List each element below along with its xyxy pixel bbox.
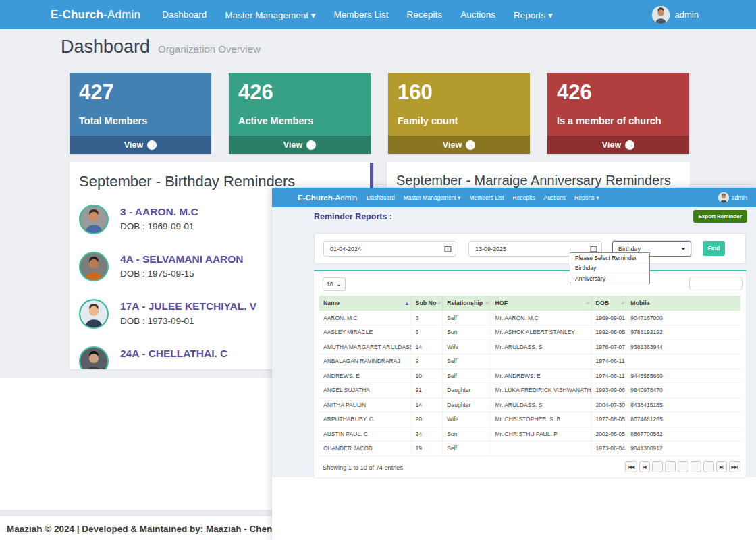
table-row: CHANDER JACOB 19 Self 1973-08-04 9841388… [319,441,740,456]
member-name-link[interactable]: 4A - SELVAMANI AARON [120,252,244,265]
cell-name: CHANDER JACOB [319,441,411,456]
cell-sub-no: 14 [411,398,443,412]
column-label: DOB [596,300,610,306]
reminder-reports-title: Reminder Reports : [314,212,392,221]
table-column-header[interactable]: HOF ▴▾ [491,296,591,310]
overlay-brand-bold: E-Church [298,194,333,202]
overlay-nav-item[interactable]: Members List [469,194,504,201]
nav-item[interactable]: Members List [334,9,389,20]
nav-item[interactable]: Master Management ▾ [225,9,315,20]
sort-icon[interactable]: ▴▾ [485,300,489,306]
cell-name: ANITHA PAULIN [319,398,411,412]
view-label: View [124,140,143,150]
overlay-nav-item-label: Members List [469,194,504,201]
overlay-user-menu[interactable]: admin [718,192,747,203]
cell-hof: Mr. CHRISTHU PAUL. P [491,427,591,441]
table-column-header[interactable]: Relationship ▴▾ [443,296,491,310]
column-label: Mobile [630,300,649,306]
main-navbar: E-Church-Admin DashboardMaster Managemen… [0,0,756,29]
last-page-button[interactable]: ▶▶| [729,461,740,473]
nav-item[interactable]: Reports ▾ [514,9,553,20]
export-reminder-button[interactable]: Export Reminder [693,210,747,223]
reminder-table: Name ▲ Sub No ▴▾ Relationship ▴▾ HOF ▴▾ [319,296,740,456]
stat-view-button[interactable]: View → [388,136,530,154]
page-number-button[interactable] [691,461,701,473]
member-avatar [79,346,109,369]
chevron-down-icon: ⌄ [336,281,342,288]
overlay-nav-item[interactable]: Master Management ▾ [404,194,461,201]
dropdown-option[interactable]: Birthday [570,263,649,273]
brand-logo[interactable]: E-Church-Admin [51,8,140,22]
table-row: AARON. M.C 3 Self Mr. AARON. M.C 1969-09… [319,310,740,325]
dropdown-option[interactable]: Anniversary [570,273,649,284]
user-menu[interactable]: admin [652,6,699,24]
sort-icon[interactable]: ▴▾ [621,300,624,306]
member-name-link[interactable]: 17A - JULEE KETCHIYAL. V [120,299,256,313]
dropdown-option[interactable]: Please Select Reminder [570,253,649,263]
username-label: admin [675,9,699,20]
table-column-header[interactable]: Name ▲ [319,296,411,310]
overlay-nav-item[interactable]: Reports ▾ [574,194,599,201]
cell-name: AASLEY MIRACLE [319,325,411,340]
overlay-brand-logo[interactable]: E-Church-Admin [298,194,357,202]
page-size-select[interactable]: 10 ⌄ [323,277,346,291]
sort-icon[interactable]: ▴▾ [586,300,589,306]
cell-mobile: 9047167000 [626,310,740,325]
stat-card-body: 160 Family count [388,73,530,136]
table-column-header[interactable]: Mobile [626,296,740,310]
footer-text: Maaziah © 2024 | Developed & Maintained … [7,524,288,534]
cell-hof: Mr. AARON. M.C [491,310,591,325]
page-title: Dashboard [61,36,150,57]
page-subtitle: Organization Overview [158,43,261,55]
stat-card: 426 Active Members View → [229,73,371,154]
table-row: AASLEY MIRACLE 6 Son Mr. ASHOK ALBERT ST… [319,325,740,340]
cell-mobile: 9788192192 [626,325,740,340]
page-number-button[interactable] [652,461,663,473]
nav-item-label: Dashboard [162,9,207,20]
next-page-button[interactable]: ▶| [716,461,727,473]
main-nav-items: DashboardMaster Management ▾Members List… [162,9,651,20]
cell-hof: Mr. CHRISTOPHER. S. R [491,412,591,427]
nav-item[interactable]: Recepits [407,9,443,20]
sort-icon[interactable]: ▴▾ [437,300,441,306]
table-row: AUSTIN PAUL. C 24 Son Mr. CHRISTHU PAUL.… [319,427,740,441]
stat-card: 160 Family count View → [388,73,530,154]
page-number-button[interactable] [703,461,714,473]
table-column-header[interactable]: DOB ▴▾ [591,296,626,310]
from-date-input[interactable] [323,241,456,256]
page-head: Dashboard Organization Overview [61,36,261,57]
stat-card-body: 426 Is a member of church [547,73,689,136]
nav-item-label: Members List [334,9,389,20]
calendar-icon [590,245,597,252]
stat-view-button[interactable]: View → [229,136,371,154]
first-page-button[interactable]: |◀◀ [625,461,637,473]
stat-view-button[interactable]: View → [70,136,211,154]
stat-view-button[interactable]: View → [547,136,689,154]
overlay-nav-item-label: Reports ▾ [574,194,599,201]
table-row: ANBALAGAN RAVINDRARAJ 9 Self 1974-06-11 [319,354,740,369]
stat-cards: 427 Total Members View → 426 Active Memb… [70,73,689,154]
member-avatar [79,252,109,281]
page-size-value: 10 [327,281,333,288]
find-button[interactable]: Find [703,241,725,256]
overlay-nav-item[interactable]: Recepits [512,194,535,201]
column-label: Name [323,300,340,306]
member-name-link[interactable]: 3 - AARON. M.C [120,205,198,218]
cell-dob: 2002-06-05 [591,427,626,441]
cell-dob: 1977-08-05 [591,412,626,427]
page-number-button[interactable] [665,461,676,473]
overlay-user-avatar-icon [718,192,729,203]
prev-page-button[interactable]: |◀ [639,461,650,473]
cell-sub-no: 9 [411,354,443,369]
nav-item[interactable]: Dashboard [162,9,207,20]
member-name-link[interactable]: 24A - CHELLATHAI. C [120,346,227,360]
table-search-input[interactable] [689,277,742,290]
page-number-button[interactable] [678,461,688,473]
nav-item[interactable]: Auctions [460,9,495,20]
overlay-nav-item[interactable]: Dashboard [367,194,395,201]
reminder-type-value: Birthday [618,246,641,252]
sort-icon[interactable]: ▲ [404,300,408,306]
table-column-header[interactable]: Sub No ▴▾ [411,296,443,310]
overlay-nav-item-label: Auctions [543,194,566,201]
overlay-nav-item[interactable]: Auctions [543,194,566,201]
